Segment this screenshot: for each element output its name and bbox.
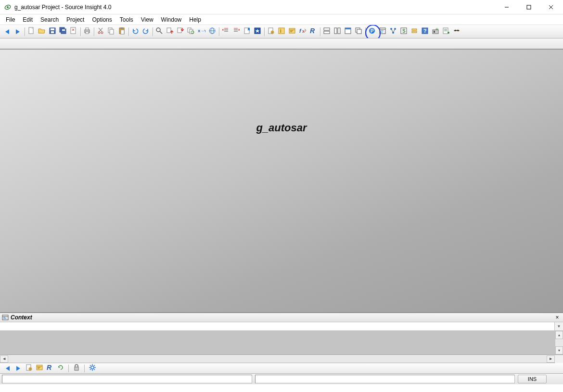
symbol-info-button[interactable]: i	[276, 26, 287, 37]
relation-icon: R	[309, 27, 317, 36]
insert-mode-indicator[interactable]: INS	[518, 375, 547, 383]
minimize-button[interactable]	[496, 0, 518, 14]
context-dropdown-button[interactable]: ▼	[554, 322, 563, 330]
context-symbol-input[interactable]	[0, 322, 554, 330]
context-window-button[interactable]	[377, 26, 388, 37]
menu-help[interactable]: Help	[185, 15, 205, 24]
tile-one-button[interactable]	[343, 26, 353, 37]
refresh-icon	[57, 364, 64, 373]
window-title: g_autosar Project - Source Insight 4.0	[14, 4, 496, 11]
search-down-icon	[177, 27, 184, 36]
save-all-button[interactable]	[58, 26, 68, 37]
svg-point-1	[7, 6, 9, 8]
scroll-track[interactable]	[555, 339, 563, 346]
tile-v-icon	[333, 27, 341, 36]
search-files-button[interactable]	[186, 26, 196, 37]
mini-refresh-button[interactable]	[56, 364, 65, 373]
print-button[interactable]	[82, 26, 92, 37]
browse-icon	[288, 27, 296, 36]
undo-button[interactable]	[130, 26, 141, 37]
tile-h-button[interactable]	[321, 26, 332, 37]
jump-def-button[interactable]	[266, 26, 276, 37]
relation-button[interactable]: R	[308, 26, 319, 37]
symbol-window-button[interactable]: S	[398, 26, 409, 37]
mini-settings-button[interactable]	[88, 364, 97, 373]
scroll-right-button[interactable]: ▶	[547, 355, 555, 363]
bookmark-button[interactable]	[252, 26, 263, 37]
hscroll-track[interactable]	[8, 355, 547, 363]
bookmark-toggle-button[interactable]	[242, 26, 252, 37]
svg-point-19	[98, 32, 100, 34]
redo-button[interactable]	[141, 26, 151, 37]
menu-tools[interactable]: Tools	[116, 15, 137, 24]
close-button[interactable]	[68, 26, 79, 37]
svg-rect-86	[434, 31, 435, 33]
refs-button[interactable]: fx	[297, 26, 308, 37]
browse-button[interactable]	[287, 26, 297, 37]
save-button[interactable]	[47, 26, 58, 37]
cut-icon	[97, 27, 104, 36]
mini-browse-button[interactable]	[35, 364, 44, 373]
browse-icon	[36, 364, 43, 373]
paste-button[interactable]	[116, 26, 127, 37]
search-button[interactable]	[154, 26, 165, 37]
open-button[interactable]	[37, 26, 47, 37]
menu-options[interactable]: Options	[88, 15, 115, 24]
mini-back-button[interactable]	[3, 364, 13, 373]
tile-v-button[interactable]	[332, 26, 343, 37]
menu-edit[interactable]: Edit	[19, 15, 37, 24]
search-web-button[interactable]	[207, 26, 218, 37]
copy-button[interactable]	[106, 26, 116, 37]
menu-file[interactable]: File	[2, 15, 19, 24]
cascade-icon	[355, 27, 362, 36]
scroll-up-button[interactable]: ▲	[555, 331, 563, 339]
cut-button[interactable]	[95, 26, 106, 37]
redo-icon	[142, 27, 150, 36]
new-document-button[interactable]	[26, 26, 37, 37]
project-window-button[interactable]: P	[367, 26, 377, 37]
menu-view[interactable]: View	[137, 15, 157, 24]
bird-button[interactable]	[451, 26, 462, 37]
mini-lock-button[interactable]	[72, 364, 81, 373]
mini-forward-button[interactable]	[13, 364, 23, 373]
context-icon	[2, 314, 9, 321]
mini-jump-button[interactable]	[24, 364, 34, 373]
close-window-button[interactable]	[540, 0, 562, 14]
svg-rect-61	[324, 31, 330, 34]
menu-window[interactable]: Window	[157, 15, 186, 24]
back-button[interactable]	[2, 26, 13, 37]
svg-line-113	[94, 365, 95, 366]
maximize-button[interactable]	[518, 0, 540, 14]
svg-rect-104	[75, 367, 78, 370]
svg-text:R: R	[310, 27, 315, 35]
relation-window-button[interactable]	[388, 26, 398, 37]
scroll-left-button[interactable]: ◀	[0, 355, 8, 363]
menu-search[interactable]: Search	[37, 15, 63, 24]
snippets-button[interactable]	[441, 26, 451, 37]
mini-relation-button[interactable]: R	[45, 364, 55, 373]
replace-button[interactable]: X→Y	[196, 26, 207, 37]
arrow-left-icon	[6, 366, 10, 371]
clip-window-button[interactable]	[409, 26, 420, 37]
cascade-button[interactable]	[353, 26, 364, 37]
svg-text:i: i	[280, 28, 282, 34]
indent-right-button[interactable]	[231, 26, 242, 37]
search-down-button[interactable]	[175, 26, 186, 37]
jump-icon	[25, 364, 33, 373]
menu-project[interactable]: Project	[63, 15, 88, 24]
indent-left-button[interactable]	[220, 26, 231, 37]
document-tab-strip	[0, 38, 563, 49]
status-field-1	[2, 375, 252, 383]
context-vscrollbar[interactable]: ▲ ▼	[555, 331, 563, 354]
svg-line-111	[94, 369, 95, 370]
forward-button[interactable]	[13, 26, 23, 37]
context-close-button[interactable]: ×	[553, 314, 561, 321]
refs-icon: fx	[299, 27, 307, 36]
context-hscrollbar[interactable]: ◀ ▶	[0, 355, 563, 363]
scroll-down-button[interactable]: ▼	[555, 346, 563, 354]
search-files-icon	[187, 27, 195, 36]
help-button[interactable]: ?	[420, 26, 430, 37]
sym-win-icon: S	[400, 27, 408, 36]
search-up-button[interactable]	[165, 26, 175, 37]
ftp-button[interactable]	[430, 26, 441, 37]
